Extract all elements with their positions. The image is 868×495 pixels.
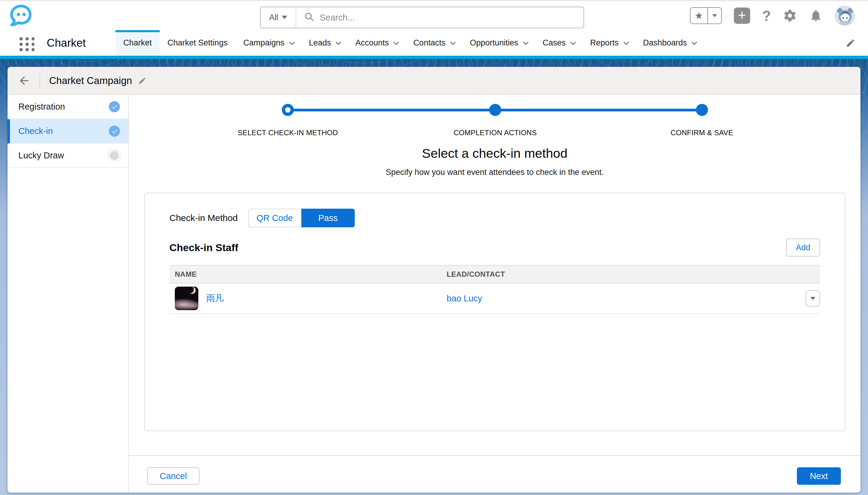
- footer-divider: [129, 455, 861, 456]
- sidebar-item-check-in[interactable]: Check-in: [7, 119, 128, 143]
- search-scope-label: All: [269, 13, 278, 22]
- step-label: CONFIRM & SAVE: [671, 129, 733, 137]
- chevron-down-icon[interactable]: [289, 39, 294, 45]
- lead-contact-link[interactable]: bao Lucy: [447, 294, 482, 303]
- header-actions: ★ + ?: [690, 1, 855, 30]
- search-scope-dropdown[interactable]: All: [261, 7, 296, 28]
- step-node-confirm-save[interactable]: [696, 104, 708, 116]
- complete-check-icon: [109, 101, 120, 112]
- tab-leads[interactable]: Leads: [301, 30, 348, 56]
- header-divider: [39, 73, 40, 88]
- app-navigation-bar: Charket Charket Charket Settings Campaig…: [0, 30, 868, 56]
- setup-gear-icon[interactable]: [783, 9, 797, 22]
- campaign-config-card: Charket Campaign Registration Check-in: [7, 67, 861, 493]
- step-heading: Select a check-in method: [129, 146, 861, 161]
- cancel-button[interactable]: Cancel: [147, 467, 199, 485]
- favorites-button-group: ★: [690, 7, 722, 24]
- tab-contacts[interactable]: Contacts: [405, 30, 462, 56]
- staff-table: NAME LEAD/CONTACT 雨凡 bao Lucy: [169, 265, 820, 314]
- chevron-down-icon[interactable]: [450, 39, 455, 45]
- add-staff-button[interactable]: Add: [786, 238, 820, 257]
- search-icon: [304, 12, 314, 23]
- chevron-down-icon[interactable]: [692, 39, 697, 45]
- check-in-staff-title: Check-in Staff: [169, 242, 239, 254]
- tab-cases[interactable]: Cases: [535, 30, 583, 56]
- tab-accounts[interactable]: Accounts: [347, 30, 405, 56]
- help-icon[interactable]: ?: [762, 7, 771, 24]
- favorites-star-icon[interactable]: ★: [690, 8, 708, 23]
- card-body: Registration Check-in Lucky Draw: [7, 95, 861, 492]
- nav-tabs: Charket Charket Settings Campaigns Leads…: [115, 30, 703, 56]
- chevron-down-icon[interactable]: [394, 39, 399, 45]
- tab-reports[interactable]: Reports: [582, 30, 635, 56]
- step-node-select-method[interactable]: [282, 104, 294, 116]
- steps-sidebar: Registration Check-in Lucky Draw: [7, 95, 129, 492]
- staff-avatar-photo: [175, 287, 198, 310]
- check-in-method-toggle: QR Code Pass: [248, 209, 355, 227]
- pending-circle-icon: [110, 151, 119, 160]
- step-subheading: Specify how you want event attendees to …: [129, 168, 861, 177]
- app-launcher-waffle-icon[interactable]: [17, 36, 34, 51]
- check-in-panel: Check-in Method QR Code Pass Check-in St…: [144, 193, 846, 431]
- complete-check-icon: [109, 125, 120, 137]
- back-arrow-icon[interactable]: [18, 74, 30, 87]
- qr-code-option-button[interactable]: QR Code: [248, 209, 301, 227]
- step-content: SELECT CHECK-IN METHOD COMPLETION ACTION…: [129, 95, 861, 492]
- tab-opportunities[interactable]: Opportunities: [462, 30, 535, 56]
- global-actions-add-icon[interactable]: +: [734, 7, 750, 24]
- next-button[interactable]: Next: [797, 467, 841, 485]
- workspace-background: Charket Campaign Registration Check-in: [0, 59, 868, 495]
- brand-accent-line: [0, 56, 868, 59]
- check-in-method-row: Check-in Method QR Code Pass: [169, 208, 355, 228]
- user-avatar[interactable]: [835, 6, 855, 25]
- step-label: COMPLETION ACTIONS: [454, 129, 537, 137]
- chevron-down-icon[interactable]: [623, 39, 629, 45]
- tab-charket[interactable]: Charket: [115, 30, 160, 56]
- table-row: 雨凡 bao Lucy: [169, 284, 820, 314]
- app-name: Charket: [47, 30, 86, 56]
- tab-dashboards[interactable]: Dashboards: [635, 30, 704, 56]
- column-header-lead-contact: LEAD/CONTACT: [447, 270, 799, 278]
- staff-name-link[interactable]: 雨凡: [206, 292, 224, 304]
- step-label: SELECT CHECK-IN METHOD: [238, 129, 338, 137]
- chevron-down-icon[interactable]: [336, 39, 341, 45]
- sidebar-item-lucky-draw[interactable]: Lucky Draw: [7, 143, 128, 168]
- check-in-staff-header: Check-in Staff Add: [169, 238, 820, 257]
- staff-table-header: NAME LEAD/CONTACT: [169, 265, 820, 284]
- notifications-bell-icon[interactable]: [809, 9, 823, 22]
- search-scope-chevron-icon: [282, 16, 287, 19]
- pass-option-button[interactable]: Pass: [301, 209, 355, 227]
- nav-edit-pencil-icon[interactable]: [846, 30, 855, 56]
- step-node-completion-actions[interactable]: [489, 104, 501, 116]
- page-title: Charket Campaign: [49, 75, 132, 86]
- row-actions-dropdown-icon[interactable]: [806, 290, 820, 307]
- tab-campaigns[interactable]: Campaigns: [235, 30, 301, 56]
- global-search: All: [260, 6, 584, 28]
- search-input[interactable]: [314, 13, 584, 22]
- chevron-down-icon[interactable]: [523, 39, 528, 45]
- global-header: All ★ + ?: [0, 1, 868, 30]
- chevron-down-icon[interactable]: [570, 39, 576, 45]
- title-edit-pencil-icon[interactable]: [138, 76, 146, 85]
- card-header: Charket Campaign: [7, 67, 861, 95]
- sidebar-item-registration[interactable]: Registration: [7, 95, 128, 119]
- column-header-name: NAME: [169, 270, 447, 278]
- charket-logo-icon: [9, 4, 32, 28]
- tab-charket-settings[interactable]: Charket Settings: [160, 30, 236, 56]
- favorites-dropdown-icon[interactable]: [708, 8, 721, 23]
- check-in-method-label: Check-in Method: [169, 213, 238, 223]
